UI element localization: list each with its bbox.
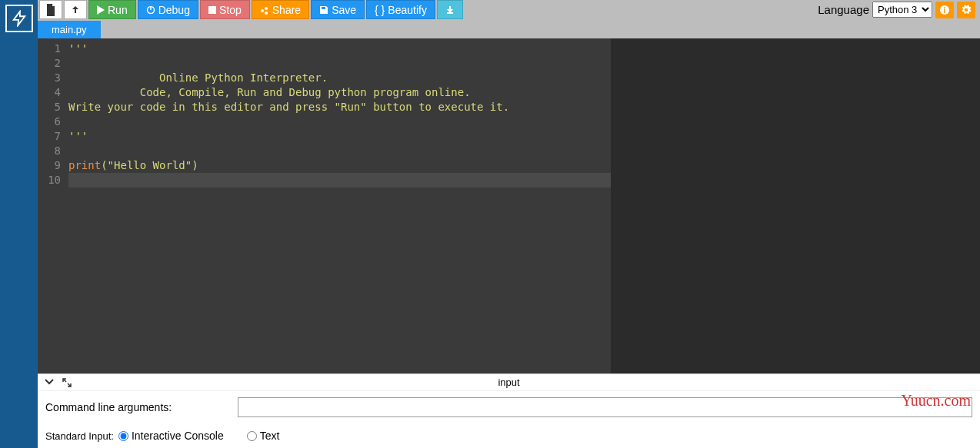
- tab-main-py[interactable]: main.py: [38, 21, 101, 38]
- svg-rect-2: [208, 6, 216, 14]
- expand-icon[interactable]: [62, 378, 72, 387]
- logo-icon: [5, 5, 33, 32]
- sidebar: [0, 0, 38, 448]
- svg-rect-3: [322, 7, 325, 9]
- stop-button[interactable]: Stop: [200, 0, 250, 19]
- stop-label: Stop: [219, 4, 242, 16]
- radio-interactive[interactable]: Interactive Console: [118, 430, 224, 442]
- editor-right-pane: [611, 38, 980, 373]
- collapse-icon[interactable]: [44, 378, 55, 387]
- download-button[interactable]: [437, 0, 463, 19]
- code-editor[interactable]: 1 2 3 4 5 6 7 8 9 10 ''' Online Python I…: [38, 38, 611, 373]
- watermark: Yuucn.com: [901, 392, 971, 410]
- tab-bar: main.py: [38, 19, 980, 38]
- run-label: Run: [108, 4, 128, 16]
- code-content[interactable]: ''' Online Python Interpreter. Code, Com…: [68, 41, 611, 373]
- braces-icon: { }: [375, 4, 385, 16]
- play-icon: [97, 5, 105, 15]
- debug-button[interactable]: Debug: [138, 0, 198, 19]
- language-select[interactable]: Python 3: [872, 2, 932, 18]
- save-icon: [319, 5, 328, 15]
- run-button[interactable]: Run: [88, 0, 136, 19]
- power-icon: [146, 5, 155, 15]
- beautify-label: Beautify: [388, 4, 427, 16]
- debug-label: Debug: [158, 4, 190, 16]
- panel-title: input: [498, 377, 519, 388]
- cmd-args-label: Command line arguments:: [45, 401, 230, 413]
- stdin-label: Standard Input:: [45, 430, 114, 442]
- new-file-button[interactable]: [39, 0, 62, 19]
- cmd-args-input[interactable]: [238, 397, 972, 417]
- input-panel: input Command line arguments: Standard I…: [38, 373, 980, 448]
- save-label: Save: [332, 4, 356, 16]
- save-button[interactable]: Save: [311, 0, 365, 19]
- info-button[interactable]: i: [935, 2, 954, 18]
- beautify-button[interactable]: { } Beautify: [366, 0, 435, 19]
- share-icon: [260, 5, 269, 15]
- stop-icon: [208, 6, 216, 14]
- radio-text[interactable]: Text: [247, 430, 280, 442]
- share-button[interactable]: Share: [252, 0, 309, 19]
- settings-button[interactable]: [957, 2, 975, 18]
- line-gutter: 1 2 3 4 5 6 7 8 9 10: [38, 41, 68, 373]
- download-icon: [445, 5, 455, 15]
- toolbar: Run Debug Stop Share Save { } Beautify: [38, 0, 980, 19]
- upload-button[interactable]: [64, 0, 87, 19]
- share-label: Share: [272, 4, 301, 16]
- svg-text:i: i: [944, 6, 946, 15]
- language-label: Language: [818, 3, 869, 16]
